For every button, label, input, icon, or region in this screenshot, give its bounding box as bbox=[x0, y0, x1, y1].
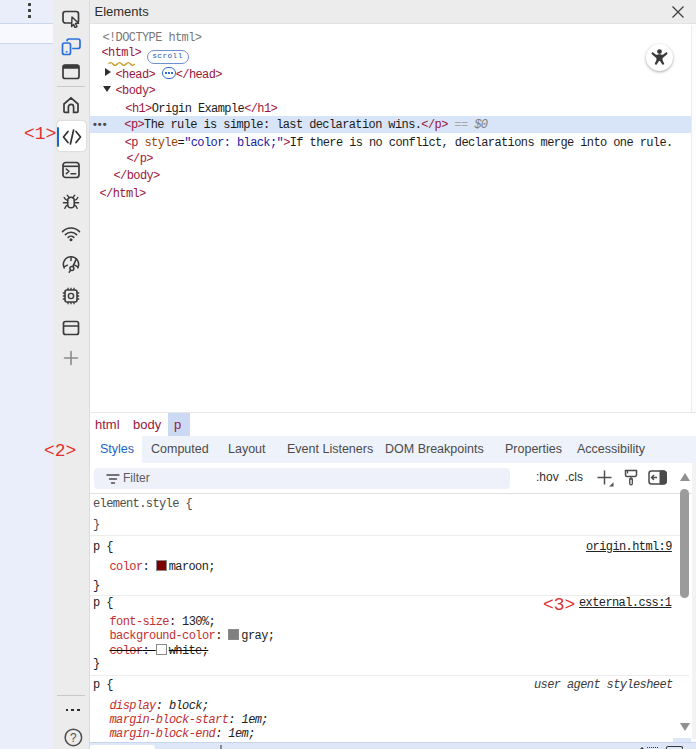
svg-text:?: ? bbox=[70, 731, 77, 745]
